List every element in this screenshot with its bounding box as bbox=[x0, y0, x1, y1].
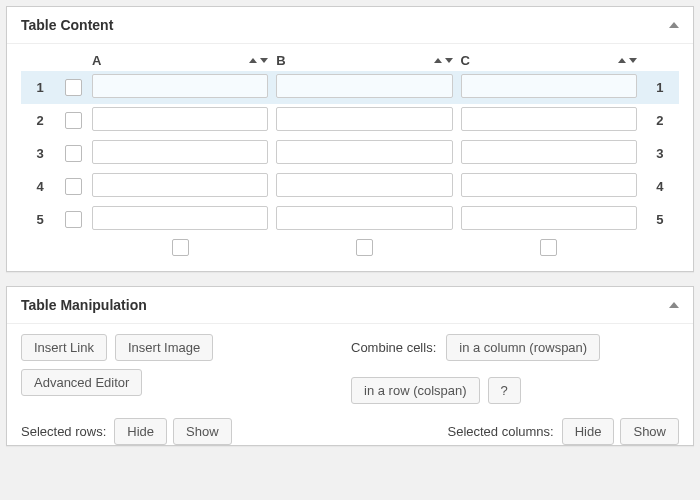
row-number-left[interactable]: 5 bbox=[21, 203, 59, 236]
colspan-button[interactable]: in a row (colspan) bbox=[351, 377, 480, 404]
sort-icons bbox=[618, 58, 637, 63]
column-checkbox-c[interactable] bbox=[540, 239, 557, 256]
cell-input[interactable] bbox=[461, 107, 637, 131]
selected-rows-group: Selected rows: Hide Show bbox=[21, 418, 232, 445]
column-checkbox-row bbox=[21, 236, 679, 259]
table-content-title: Table Content bbox=[21, 17, 113, 33]
content-grid: A B bbox=[21, 50, 679, 259]
insert-link-button[interactable]: Insert Link bbox=[21, 334, 107, 361]
table-content-body: A B bbox=[7, 44, 693, 271]
table-content-panel: Table Content A bbox=[6, 6, 694, 272]
sort-asc-icon[interactable] bbox=[618, 58, 626, 63]
selected-columns-label: Selected columns: bbox=[447, 424, 553, 439]
table-manipulation-body: Insert Link Insert Image Advanced Editor… bbox=[7, 324, 693, 445]
sort-desc-icon[interactable] bbox=[445, 58, 453, 63]
columns-show-button[interactable]: Show bbox=[620, 418, 679, 445]
collapse-icon[interactable] bbox=[669, 302, 679, 308]
column-label: C bbox=[461, 53, 470, 68]
row-number-right[interactable]: 3 bbox=[641, 137, 679, 170]
sort-desc-icon[interactable] bbox=[260, 58, 268, 63]
row-number-left[interactable]: 3 bbox=[21, 137, 59, 170]
table-manipulation-title: Table Manipulation bbox=[21, 297, 147, 313]
cell-input[interactable] bbox=[276, 140, 452, 164]
advanced-editor-button[interactable]: Advanced Editor bbox=[21, 369, 142, 396]
table-row: 33 bbox=[21, 137, 679, 170]
cell-input[interactable] bbox=[276, 107, 452, 131]
cell-input[interactable] bbox=[461, 140, 637, 164]
cell-input[interactable] bbox=[92, 107, 268, 131]
row-number-left[interactable]: 1 bbox=[21, 71, 59, 104]
collapse-icon[interactable] bbox=[669, 22, 679, 28]
column-checkbox-b[interactable] bbox=[356, 239, 373, 256]
columns-hide-button[interactable]: Hide bbox=[562, 418, 615, 445]
row-checkbox[interactable] bbox=[65, 211, 82, 228]
table-manipulation-panel: Table Manipulation Insert Link Insert Im… bbox=[6, 286, 694, 446]
cell-input[interactable] bbox=[461, 206, 637, 230]
row-checkbox[interactable] bbox=[65, 145, 82, 162]
cell-input[interactable] bbox=[276, 206, 452, 230]
row-number-left[interactable]: 4 bbox=[21, 170, 59, 203]
column-label: B bbox=[276, 53, 285, 68]
selected-rows-label: Selected rows: bbox=[21, 424, 106, 439]
cell-input[interactable] bbox=[92, 74, 268, 98]
cell-input[interactable] bbox=[276, 173, 452, 197]
sort-icons bbox=[249, 58, 268, 63]
cell-input[interactable] bbox=[276, 74, 452, 98]
rows-show-button[interactable]: Show bbox=[173, 418, 232, 445]
sort-asc-icon[interactable] bbox=[249, 58, 257, 63]
table-content-header: Table Content bbox=[7, 7, 693, 44]
column-header-c[interactable]: C bbox=[457, 50, 641, 71]
row-checkbox[interactable] bbox=[65, 79, 82, 96]
rowspan-button[interactable]: in a column (rowspan) bbox=[446, 334, 600, 361]
column-label: A bbox=[92, 53, 101, 68]
sort-asc-icon[interactable] bbox=[434, 58, 442, 63]
row-number-right[interactable]: 5 bbox=[641, 203, 679, 236]
selected-columns-group: Selected columns: Hide Show bbox=[447, 418, 679, 445]
table-row: 11 bbox=[21, 71, 679, 104]
row-checkbox[interactable] bbox=[65, 178, 82, 195]
cell-input[interactable] bbox=[92, 140, 268, 164]
rows-hide-button[interactable]: Hide bbox=[114, 418, 167, 445]
table-row: 44 bbox=[21, 170, 679, 203]
table-row: 55 bbox=[21, 203, 679, 236]
cell-input[interactable] bbox=[461, 74, 637, 98]
row-number-left[interactable]: 2 bbox=[21, 104, 59, 137]
row-number-right[interactable]: 4 bbox=[641, 170, 679, 203]
cell-input[interactable] bbox=[92, 173, 268, 197]
table-row: 22 bbox=[21, 104, 679, 137]
row-checkbox[interactable] bbox=[65, 112, 82, 129]
row-number-right[interactable]: 1 bbox=[641, 71, 679, 104]
column-header-a[interactable]: A bbox=[88, 50, 272, 71]
column-checkbox-a[interactable] bbox=[172, 239, 189, 256]
row-number-right[interactable]: 2 bbox=[641, 104, 679, 137]
cell-input[interactable] bbox=[92, 206, 268, 230]
column-header-row: A B bbox=[21, 50, 679, 71]
column-header-b[interactable]: B bbox=[272, 50, 456, 71]
cell-input[interactable] bbox=[461, 173, 637, 197]
sort-icons bbox=[434, 58, 453, 63]
combine-cells-label: Combine cells: bbox=[351, 340, 436, 355]
table-manipulation-header: Table Manipulation bbox=[7, 287, 693, 324]
insert-image-button[interactable]: Insert Image bbox=[115, 334, 213, 361]
sort-desc-icon[interactable] bbox=[629, 58, 637, 63]
combine-help-button[interactable]: ? bbox=[488, 377, 521, 404]
